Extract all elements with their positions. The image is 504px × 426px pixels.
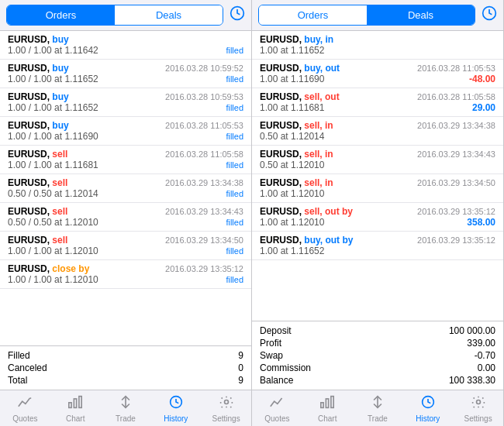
clock-button-1[interactable] (230, 5, 245, 25)
chart-icon (67, 395, 83, 414)
deal-pair: EURUSD, buy, out by (260, 235, 353, 246)
quotes-icon-2 (269, 395, 285, 414)
summary-canceled: Canceled 0 (8, 362, 243, 374)
deal-item: EURUSD, sell, out 2016.03.28 11:05:58 1.… (252, 88, 503, 117)
svg-point-14 (476, 400, 480, 404)
deal-pnl: -48.00 (469, 74, 495, 84)
order-item: EURUSD, sell 2016.03.29 13:34:50 1.00 / … (0, 232, 251, 260)
order-status: filled (226, 46, 243, 55)
order-pair: EURUSD, buy (8, 63, 69, 74)
nav-label-trade-1: Trade (116, 414, 136, 423)
svg-rect-4 (79, 397, 81, 408)
order-pair: EURUSD, buy (8, 91, 69, 102)
trade-icon (118, 395, 133, 414)
tab-orders-1[interactable]: Orders (7, 5, 115, 25)
summary-balance: Balance 100 338.30 (260, 374, 495, 386)
order-item: EURUSD, close by 2016.03.29 13:35:12 1.0… (0, 260, 251, 289)
order-pair: EURUSD, close by (8, 263, 89, 274)
history-icon-2 (420, 395, 436, 414)
nav-label-quotes-2: Quotes (264, 414, 289, 423)
order-vol-price: 0.50 / 0.50 at 1.12010 (8, 217, 98, 228)
order-item: EURUSD, buy 1.00 / 1.00 at 1.11642 fille… (0, 31, 251, 60)
deal-timestamp: 2016.03.29 13:35:12 (417, 207, 495, 216)
svg-rect-2 (69, 403, 71, 408)
trade-icon-2 (370, 395, 385, 414)
deal-vol-price: 1.00 at 1.12010 (260, 188, 324, 199)
tab-deals-1[interactable]: Deals (115, 5, 223, 25)
nav-chart-2[interactable]: Chart (302, 393, 353, 424)
order-vol-price: 1.00 / 1.00 at 1.11652 (8, 74, 98, 84)
deal-pair: EURUSD, buy, out (260, 63, 340, 74)
deal-item: EURUSD, buy, out by 2016.03.29 13:35:12 … (252, 232, 503, 260)
order-timestamp: 2016.03.29 13:35:12 (165, 264, 243, 273)
order-item: EURUSD, sell 2016.03.29 13:34:43 0.50 / … (0, 203, 251, 232)
tab-bar-2: Orders Deals (252, 0, 503, 31)
order-item: EURUSD, buy 2016.03.28 10:59:53 1.00 / 1… (0, 88, 251, 117)
tab-group-2: Orders Deals (258, 5, 475, 26)
summary-total: Total 9 (8, 374, 243, 386)
svg-rect-9 (321, 403, 323, 408)
nav-label-history-2: History (416, 414, 440, 423)
tab-orders-2[interactable]: Orders (259, 5, 367, 25)
nav-chart-1[interactable]: Chart (50, 393, 101, 424)
order-status: filled (226, 189, 243, 198)
deal-vol-price: 1.00 at 1.11652 (260, 45, 324, 56)
clock-button-2[interactable] (482, 5, 497, 25)
bottom-nav-1: Quotes Chart Trade (0, 390, 251, 426)
deal-item: EURUSD, buy, out 2016.03.28 11:05:53 1.0… (252, 60, 503, 88)
order-vol-price: 1.00 / 1.00 at 1.11652 (8, 102, 98, 113)
nav-settings-2[interactable]: Settings (453, 393, 503, 424)
order-vol-price: 1.00 / 1.00 at 1.12010 (8, 274, 98, 285)
deal-pair: EURUSD, sell, in (260, 120, 333, 131)
order-pair: EURUSD, buy (8, 34, 69, 45)
svg-rect-10 (326, 399, 329, 407)
nav-history-2[interactable]: History (402, 393, 453, 424)
tab-bar-1: Orders Deals (0, 0, 251, 31)
order-timestamp: 2016.03.29 13:34:50 (165, 235, 243, 245)
deal-vol-price: 1.00 at 1.11652 (260, 246, 324, 256)
deal-pair: EURUSD, sell, out by (260, 206, 353, 217)
order-status: filled (226, 246, 243, 256)
svg-rect-3 (74, 399, 77, 407)
deal-pnl: 358.00 (467, 217, 495, 228)
nav-trade-1[interactable]: Trade (101, 393, 151, 424)
order-vol-price: 1.00 / 1.00 at 1.12010 (8, 246, 98, 256)
tab-deals-2[interactable]: Deals (367, 5, 475, 25)
order-status: filled (226, 218, 243, 227)
summary-commission: Commission 0.00 (260, 362, 495, 374)
deal-item: EURUSD, sell, in 2016.03.29 13:34:38 0.5… (252, 117, 503, 146)
order-vol-price: 1.00 / 1.00 at 1.11642 (8, 45, 98, 56)
settings-icon-2 (471, 395, 486, 414)
orders-summary: Filled 9 Canceled 0 Total 9 (0, 345, 251, 390)
deal-pnl: 29.00 (472, 102, 495, 113)
order-item: EURUSD, sell 2016.03.28 11:05:58 1.00 / … (0, 146, 251, 174)
deal-item: EURUSD, sell, out by 2016.03.29 13:35:12… (252, 203, 503, 232)
deal-pair: EURUSD, buy, in (260, 34, 333, 45)
summary-filled: Filled 9 (8, 349, 243, 362)
order-pair: EURUSD, sell (8, 149, 67, 160)
deals-list: EURUSD, buy, in 1.00 at 1.11652 EURUSD, … (252, 31, 503, 321)
order-timestamp: 2016.03.28 10:59:52 (165, 64, 243, 73)
order-pair: EURUSD, buy (8, 120, 69, 131)
nav-quotes-2[interactable]: Quotes (252, 393, 302, 424)
nav-label-quotes-1: Quotes (12, 414, 37, 423)
panel-deals: Orders Deals EURUSD, buy, in 1.00 at 1.1… (252, 0, 504, 426)
svg-point-7 (224, 400, 228, 404)
order-status: filled (226, 275, 243, 284)
nav-settings-1[interactable]: Settings (201, 393, 251, 424)
order-item: EURUSD, sell 2016.03.29 13:34:38 0.50 / … (0, 174, 251, 203)
nav-quotes-1[interactable]: Quotes (0, 393, 50, 424)
deal-timestamp: 2016.03.29 13:34:43 (417, 149, 495, 159)
nav-history-1[interactable]: History (150, 393, 201, 424)
deal-pair: EURUSD, sell, out (260, 91, 340, 102)
history-icon (168, 395, 184, 414)
deal-timestamp: 2016.03.28 11:05:58 (417, 92, 495, 101)
deal-pair: EURUSD, sell, in (260, 177, 333, 188)
deal-timestamp: 2016.03.29 13:34:50 (417, 178, 495, 187)
nav-trade-2[interactable]: Trade (353, 393, 403, 424)
deal-vol-price: 1.00 at 1.12010 (260, 217, 324, 228)
deal-timestamp: 2016.03.29 13:34:38 (417, 121, 495, 130)
deals-summary: Deposit 100 000.00 Profit 339.00 Swap -0… (252, 321, 503, 390)
deal-timestamp: 2016.03.28 11:05:53 (417, 64, 495, 73)
deal-vol-price: 1.00 at 1.11690 (260, 74, 324, 84)
